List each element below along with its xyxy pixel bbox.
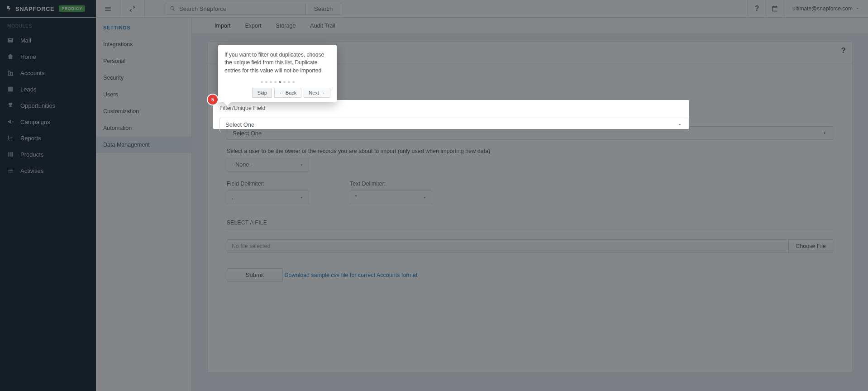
tour-spotlight: Filter/Unique Field Select One (213, 100, 689, 129)
tour-next-button[interactable]: Next → (304, 88, 330, 98)
spotlight-filter-select[interactable]: Select One (219, 118, 688, 131)
tour-popover: If you want to filter out duplicates, ch… (218, 45, 337, 102)
spotlight-filter-label: Filter/Unique Field (219, 105, 683, 114)
tour-back-button[interactable]: ← Back (274, 88, 302, 98)
tour-buttons: Skip ← Back Next → (224, 88, 330, 98)
tour-overlay (0, 0, 868, 391)
tour-step-badge: 5 (208, 95, 218, 105)
tour-skip-button[interactable]: Skip (252, 88, 272, 98)
tour-text: If you want to filter out duplicates, ch… (224, 51, 330, 75)
chevron-down-icon (677, 122, 682, 127)
spotlight-filter-value: Select One (225, 121, 254, 128)
tour-progress-dots (224, 81, 330, 83)
